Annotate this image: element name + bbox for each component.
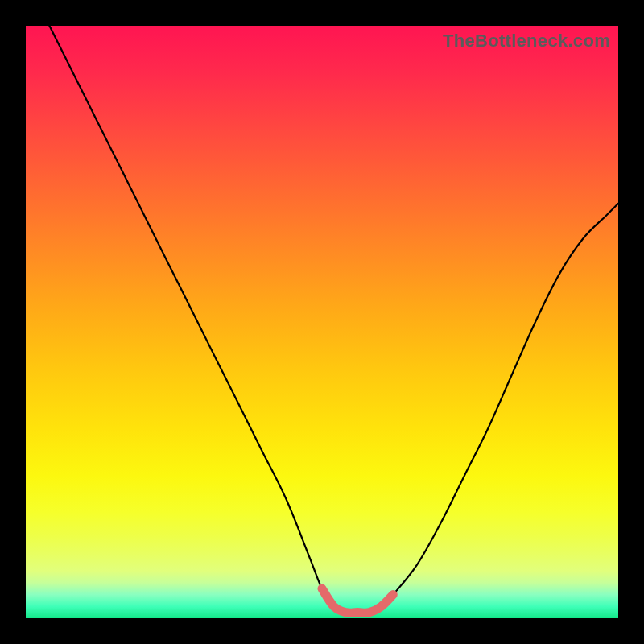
bottleneck-curve	[49, 26, 618, 613]
chart-frame: TheBottleneck.com	[0, 0, 644, 644]
curve-layer	[26, 26, 618, 618]
plot-area: TheBottleneck.com	[26, 26, 618, 618]
sweet-spot-highlight	[322, 588, 393, 613]
